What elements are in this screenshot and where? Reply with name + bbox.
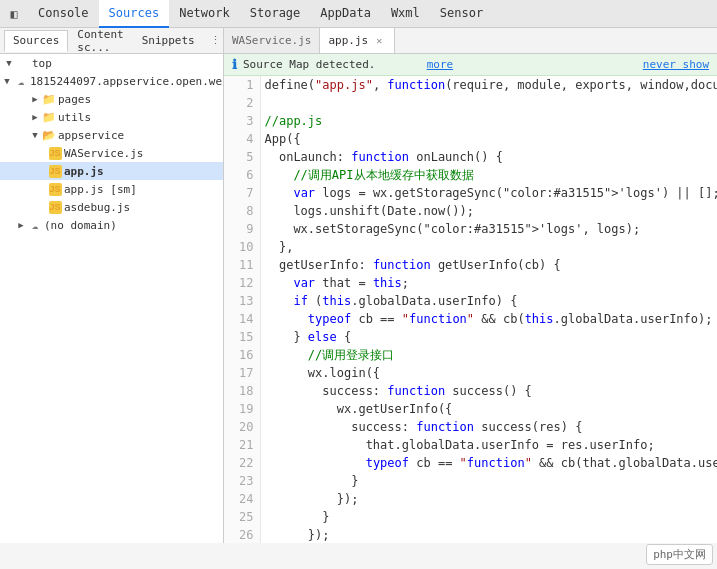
info-never-show-link[interactable]: never show bbox=[643, 58, 709, 71]
tree-label-domain: 1815244097.appservice.open.wei... bbox=[30, 75, 224, 88]
line-code: typeof cb == "function" && cb(that.globa… bbox=[260, 454, 717, 472]
code-line: 12 var that = this; bbox=[224, 274, 717, 292]
arrow-top: ▼ bbox=[2, 58, 16, 68]
code-line: 14 typeof cb == "function" && cb(this.gl… bbox=[224, 310, 717, 328]
code-line: 4App({ bbox=[224, 130, 717, 148]
code-line: 10 }, bbox=[224, 238, 717, 256]
devtools-icon: ◧ bbox=[4, 4, 24, 24]
tree-item-nodomain[interactable]: ▶ ☁ (no domain) bbox=[0, 216, 223, 234]
tree-label-nodomain: (no domain) bbox=[44, 219, 117, 232]
line-code: }); bbox=[260, 526, 717, 543]
line-code: var that = this; bbox=[260, 274, 717, 292]
code-line: 11 getUserInfo: function getUserInfo(cb)… bbox=[224, 256, 717, 274]
line-number: 10 bbox=[224, 238, 260, 256]
code-line: 5 onLaunch: function onLaunch() { bbox=[224, 148, 717, 166]
editor-tab-waservice-label: WAService.js bbox=[232, 34, 311, 47]
editor-tab-appjs[interactable]: app.js ✕ bbox=[320, 28, 395, 54]
code-line: 3//app.js bbox=[224, 112, 717, 130]
tab-sources[interactable]: Sources bbox=[99, 0, 170, 28]
line-number: 4 bbox=[224, 130, 260, 148]
tree-label-asdebug: asdebug.js bbox=[64, 201, 130, 214]
subtab-sources[interactable]: Sources bbox=[4, 30, 68, 52]
line-code: success: function success() { bbox=[260, 382, 717, 400]
line-number: 19 bbox=[224, 400, 260, 418]
line-number: 2 bbox=[224, 94, 260, 112]
line-number: 6 bbox=[224, 166, 260, 184]
tree-item-waservice[interactable]: JS WAService.js bbox=[0, 144, 223, 162]
line-number: 9 bbox=[224, 220, 260, 238]
line-number: 24 bbox=[224, 490, 260, 508]
tree-label-waservice: WAService.js bbox=[64, 147, 143, 160]
line-code: //调用登录接口 bbox=[260, 346, 717, 364]
tree-item-asdebug[interactable]: JS asdebug.js bbox=[0, 198, 223, 216]
line-number: 17 bbox=[224, 364, 260, 382]
line-number: 21 bbox=[224, 436, 260, 454]
cloud-icon-domain: ☁ bbox=[14, 74, 28, 88]
tab-wxml[interactable]: Wxml bbox=[381, 0, 430, 28]
tree-item-appjs[interactable]: JS app.js bbox=[0, 162, 223, 180]
folder-icon-top bbox=[16, 56, 30, 70]
line-code: //app.js bbox=[260, 112, 717, 130]
line-code: success: function success(res) { bbox=[260, 418, 717, 436]
arrow-pages: ▶ bbox=[28, 94, 42, 104]
tree-label-top: top bbox=[32, 57, 52, 70]
code-line: 9 wx.setStorageSync("color:#a31515">'log… bbox=[224, 220, 717, 238]
tab-network[interactable]: Network bbox=[169, 0, 240, 28]
tab-sensor[interactable]: Sensor bbox=[430, 0, 493, 28]
tree-label-pages: pages bbox=[58, 93, 91, 106]
menu-bar: ◧ Console Sources Network Storage AppDat… bbox=[0, 0, 717, 28]
tree-label-utils: utils bbox=[58, 111, 91, 124]
code-line: 21 that.globalData.userInfo = res.userIn… bbox=[224, 436, 717, 454]
line-number: 15 bbox=[224, 328, 260, 346]
js-icon-waservice: JS bbox=[48, 146, 62, 160]
code-line: 2 bbox=[224, 94, 717, 112]
tab-console[interactable]: Console bbox=[28, 0, 99, 28]
tree-item-appjs-sm[interactable]: JS app.js [sm] bbox=[0, 180, 223, 198]
code-line: 17 wx.login({ bbox=[224, 364, 717, 382]
code-line: 6 //调用API从本地缓存中获取数据 bbox=[224, 166, 717, 184]
folder-icon-utils: 📁 bbox=[42, 110, 56, 124]
tree-label-appjs: app.js bbox=[64, 165, 104, 178]
source-map-info-bar: ℹ Source Map detected. more never show bbox=[224, 54, 717, 76]
line-number: 23 bbox=[224, 472, 260, 490]
arrow-appservice: ▼ bbox=[28, 130, 42, 140]
editor-tab-waservice[interactable]: WAService.js bbox=[224, 28, 320, 54]
line-code: } bbox=[260, 508, 717, 526]
arrow-domain: ▼ bbox=[0, 76, 14, 86]
line-code: } bbox=[260, 472, 717, 490]
line-code: if (this.globalData.userInfo) { bbox=[260, 292, 717, 310]
arrow-utils: ▶ bbox=[28, 112, 42, 122]
line-code: } else { bbox=[260, 328, 717, 346]
file-tree-sidebar: Sources Content sc... Snippets ⋮ ▼ top ▼… bbox=[0, 28, 224, 543]
subtab-snippets[interactable]: Snippets bbox=[133, 30, 204, 52]
more-options-button[interactable]: ⋮ bbox=[206, 32, 224, 49]
line-number: 20 bbox=[224, 418, 260, 436]
tree-item-domain[interactable]: ▼ ☁ 1815244097.appservice.open.wei... bbox=[0, 72, 223, 90]
line-number: 7 bbox=[224, 184, 260, 202]
tree-item-top[interactable]: ▼ top bbox=[0, 54, 223, 72]
line-number: 5 bbox=[224, 148, 260, 166]
code-line: 7 var logs = wx.getStorageSync("color:#a… bbox=[224, 184, 717, 202]
tab-storage[interactable]: Storage bbox=[240, 0, 311, 28]
line-code: App({ bbox=[260, 130, 717, 148]
tree-item-utils[interactable]: ▶ 📁 utils bbox=[0, 108, 223, 126]
line-number: 16 bbox=[224, 346, 260, 364]
line-code: wx.getUserInfo({ bbox=[260, 400, 717, 418]
code-table: 1define("app.js", function(require, modu… bbox=[224, 76, 717, 543]
line-code: getUserInfo: function getUserInfo(cb) { bbox=[260, 256, 717, 274]
code-line: 8 logs.unshift(Date.now()); bbox=[224, 202, 717, 220]
subtab-content-scripts[interactable]: Content sc... bbox=[68, 30, 132, 52]
tree-item-appservice[interactable]: ▼ 📂 appservice bbox=[0, 126, 223, 144]
line-number: 18 bbox=[224, 382, 260, 400]
code-line: 24 }); bbox=[224, 490, 717, 508]
code-line: 19 wx.getUserInfo({ bbox=[224, 400, 717, 418]
tab-appdata[interactable]: AppData bbox=[310, 0, 381, 28]
code-line: 22 typeof cb == "function" && cb(that.gl… bbox=[224, 454, 717, 472]
code-editor[interactable]: 1define("app.js", function(require, modu… bbox=[224, 76, 717, 543]
line-number: 12 bbox=[224, 274, 260, 292]
file-tree: ▼ top ▼ ☁ 1815244097.appservice.open.wei… bbox=[0, 54, 223, 234]
line-code: }); bbox=[260, 490, 717, 508]
tree-item-pages[interactable]: ▶ 📁 pages bbox=[0, 90, 223, 108]
close-tab-appjs[interactable]: ✕ bbox=[372, 33, 386, 47]
info-more-link[interactable]: more bbox=[427, 58, 454, 71]
